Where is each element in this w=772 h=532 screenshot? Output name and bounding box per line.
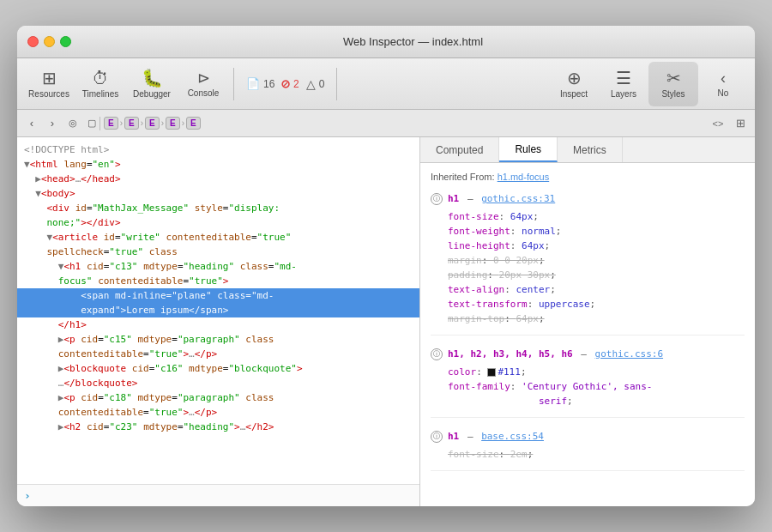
- rules-content[interactable]: Inherited From: h1.md-focus ⓘ h1 — gothi…: [420, 163, 755, 506]
- tabs-bar: Computed Rules Metrics: [420, 137, 755, 163]
- css-rule-3-toggle[interactable]: ⓘ: [431, 431, 443, 443]
- bc-arrow-4: ›: [182, 118, 184, 128]
- toolbar: ⊞ Resources ⏱ Timelines 🐛 Debugger ⊳ Con…: [17, 58, 755, 110]
- files-badge: 📄 16: [246, 77, 274, 90]
- breadcrumb: ▢ E › E › E › E › E: [87, 117, 201, 130]
- html-line-h1b: focus" contenteditable="true">: [17, 274, 419, 288]
- tab-metrics[interactable]: Metrics: [558, 137, 623, 162]
- html-line-h1-close: </h1>: [17, 317, 419, 332]
- breadcrumb-tag-4[interactable]: E: [166, 117, 180, 130]
- console-prompt: ›: [24, 489, 31, 502]
- inspect-label: Inspect: [560, 89, 588, 99]
- forward-button[interactable]: ›: [43, 114, 62, 133]
- styles-label: Styles: [661, 89, 685, 99]
- errors-badge: ⊘ 2: [281, 76, 299, 92]
- bc-arrow-2: ›: [141, 118, 143, 128]
- html-line-article2: spellcheck="true" class: [17, 245, 419, 259]
- breadcrumb-tag-2[interactable]: E: [124, 117, 139, 130]
- css-rule-1-source-link[interactable]: gothic.css:31: [481, 193, 555, 204]
- minimize-button[interactable]: [44, 36, 55, 47]
- css-prop-font-weight: font-weight: normal;: [431, 224, 745, 239]
- html-line-span-selected[interactable]: <span md-inline="plane" class="md-: [17, 288, 419, 303]
- css-prop-color: color: #111;: [431, 365, 745, 379]
- breadcrumb-tag-1[interactable]: E: [104, 117, 118, 130]
- debugger-icon: 🐛: [142, 70, 163, 87]
- tab-computed[interactable]: Computed: [420, 137, 499, 162]
- window: Web Inspector — index.html ⊞ Resources ⏱…: [17, 26, 755, 506]
- css-prop-font-size: font-size: 64px;: [431, 209, 745, 224]
- toolbar-separator-2: [336, 68, 337, 100]
- css-prop-font-size-base: font-size: 2em;: [431, 447, 745, 462]
- inherited-from-label: Inherited From: h1.md-focus: [431, 170, 745, 184]
- html-line-body: ▼<body>: [17, 186, 419, 201]
- badge-group: 📄 16 ⊘ 2 △ 0: [246, 76, 324, 92]
- debugger-button[interactable]: 🐛 Debugger: [127, 62, 177, 106]
- css-prop-line-height: line-height: 64px;: [431, 239, 745, 253]
- grid-view-button[interactable]: ⊞: [731, 114, 750, 133]
- tab-rules[interactable]: Rules: [499, 137, 558, 162]
- html-line-h2: ▶<h2 cid="c23" mdtype="heading">…</h2>: [17, 420, 419, 434]
- node-icon: ‹: [721, 70, 726, 86]
- bc-arrow-1: ›: [120, 118, 123, 128]
- breadcrumb-tag-3[interactable]: E: [145, 117, 160, 130]
- css-rule-1: ⓘ h1 — gothic.css:31 font-size: 64px; fo…: [431, 192, 745, 336]
- traffic-lights: [27, 36, 71, 47]
- html-line-p-c18b: contenteditable="true">…</p>: [17, 405, 419, 420]
- html-line-blockquote: ▶<blockquote cid="c16" mdtype="blockquot…: [17, 361, 419, 376]
- css-prop-padding: padding: 20px 30px;: [431, 268, 745, 282]
- console-button[interactable]: ⊳ Console: [178, 62, 228, 106]
- console-bar[interactable]: ›: [17, 484, 419, 506]
- layers-label: Layers: [611, 89, 636, 99]
- layers-button[interactable]: ☰ Layers: [599, 62, 648, 106]
- source-view-button[interactable]: <>: [709, 114, 727, 133]
- navbar: ‹ › ◎ ▢ E › E › E › E › E <> ⊞: [17, 110, 755, 137]
- toolbar-separator: [233, 68, 234, 100]
- resources-button[interactable]: ⊞ Resources: [24, 62, 74, 106]
- inherited-from-link[interactable]: h1.md-focus: [498, 172, 550, 182]
- css-rule-2-toggle[interactable]: ⓘ: [431, 348, 443, 360]
- layers-icon: ☰: [616, 70, 631, 87]
- back-button[interactable]: ‹: [22, 114, 41, 133]
- html-tree[interactable]: <!DOCTYPE html> ▼<html lang="en"> ▶<head…: [17, 137, 419, 484]
- html-line-div-mathjax2: none;"></div>: [17, 215, 419, 230]
- color-swatch: [487, 368, 496, 377]
- html-line-article: ▼<article id="write" contenteditable="tr…: [17, 230, 419, 245]
- html-line-span-selected2[interactable]: expand">Lorem ipsum</span>: [17, 303, 419, 317]
- warning-icon: △: [306, 77, 316, 91]
- css-rule-3-source-link[interactable]: base.css:54: [481, 431, 544, 442]
- breadcrumb-tag-5[interactable]: E: [186, 117, 201, 130]
- html-line-head: ▶<head>…</head>: [17, 172, 419, 186]
- css-prop-margin-top: margin-top: 64px;: [431, 311, 745, 326]
- debugger-label: Debugger: [133, 89, 171, 99]
- node-button[interactable]: ‹ No: [698, 62, 748, 106]
- css-rule-2-selector: h1, h2, h3, h4, h5, h6 — gothic.css:6: [448, 348, 663, 361]
- refresh-button[interactable]: ◎: [63, 114, 82, 133]
- css-rule-3-selector: h1 — base.css:54: [448, 430, 544, 444]
- timelines-button[interactable]: ⏱ Timelines: [75, 62, 125, 106]
- html-panel: <!DOCTYPE html> ▼<html lang="en"> ▶<head…: [17, 137, 420, 506]
- html-line-html: ▼<html lang="en">: [17, 157, 419, 172]
- css-rule-2-source-link[interactable]: gothic.css:6: [595, 348, 663, 360]
- right-panel: Computed Rules Metrics Inherited From: h…: [420, 137, 755, 506]
- css-prop-margin: margin: 0 0 20px;: [431, 253, 745, 268]
- window-title: Web Inspector — index.html: [81, 35, 745, 48]
- css-rule-1-toggle[interactable]: ⓘ: [431, 193, 443, 205]
- errors-count: 2: [293, 78, 299, 90]
- nav-right-buttons: <> ⊞: [709, 114, 750, 133]
- error-icon: ⊘: [281, 76, 290, 92]
- inspect-button[interactable]: ⊕ Inspect: [549, 62, 599, 106]
- warnings-count: 0: [319, 78, 325, 90]
- bc-arrow-3: ›: [161, 118, 164, 128]
- html-line-blockquote2: …</blockquote>: [17, 376, 419, 390]
- html-line-doctype: <!DOCTYPE html>: [17, 142, 419, 157]
- close-button[interactable]: [27, 36, 39, 47]
- css-rule-3-header: ⓘ h1 — base.css:54: [431, 430, 745, 444]
- titlebar: Web Inspector — index.html: [17, 26, 755, 58]
- maximize-button[interactable]: [60, 36, 71, 47]
- styles-button[interactable]: ✂ Styles: [648, 62, 698, 106]
- css-prop-font-family: font-family: 'Century Gothic', sans- ser…: [431, 379, 745, 408]
- files-count: 16: [263, 78, 274, 90]
- html-line-p-c15: ▶<p cid="c15" mdtype="paragraph" class: [17, 332, 419, 347]
- css-rule-2: ⓘ h1, h2, h3, h4, h5, h6 — gothic.css:6 …: [431, 348, 745, 418]
- toolbar-right: ⊕ Inspect ☰ Layers ✂ Styles ‹ No: [549, 62, 748, 106]
